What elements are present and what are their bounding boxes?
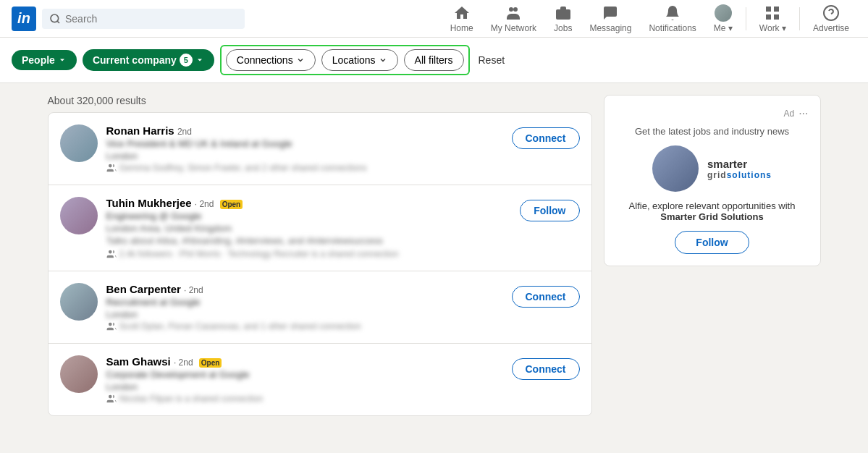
current-company-filter-button[interactable]: Current company 5 [83,49,214,71]
connection-icon [106,249,117,259]
ad-description: Alfie, explore relevant opportunities wi… [616,200,809,222]
person-info: Tuhin Mukherjee · 2nd Open Engineering @… [106,197,512,259]
svg-point-2 [509,7,513,12]
reset-button[interactable]: Reset [479,54,505,66]
svg-line-1 [57,21,59,23]
main-nav: Home My Network Jobs Messaging Notificat… [443,0,856,38]
all-filters-button[interactable]: All filters [404,49,464,71]
table-row: Ben Carpenter · 2nd Recruitment at Googl… [49,271,591,344]
person-about: Talks about #dsa, #hbsanding, #interview… [106,235,512,246]
ad-card: Ad ··· Get the latest jobs and industry … [604,95,821,266]
home-icon [453,4,471,22]
advertise-icon [822,4,840,22]
nav-item-work[interactable]: Work ▾ [752,0,793,38]
person-name: Ronan Harris 2nd [106,124,503,137]
table-row: Sam Ghawsi · 2nd Open Corporate Developm… [49,344,591,415]
person-location: London Area, United Kingdom [106,223,512,234]
table-row: Ronan Harris 2nd Vice President & MD UK … [49,113,591,185]
main-content: About 320,000 results Ronan Harris 2nd V… [36,95,833,416]
me-avatar [715,4,732,22]
person-title: Recruitment at Google [106,297,503,308]
person-title: Engineering @ Google [106,211,512,221]
nav-item-home[interactable]: Home [443,0,481,38]
network-icon [505,4,522,22]
person-info: Ben Carpenter · 2nd Recruitment at Googl… [106,283,503,331]
avatar [60,197,98,234]
person-connections: 2.4k followers · Phil Morris · Technolog… [106,249,512,259]
connect-button-2[interactable]: Connect [512,286,580,308]
connect-button-3[interactable]: Connect [512,358,580,380]
search-icon [49,13,61,25]
nav-item-jobs[interactable]: Jobs [547,0,579,38]
svg-point-3 [513,7,518,12]
connection-icon [106,163,117,173]
nav-item-notifications[interactable]: Notifications [641,0,703,38]
person-connections: Nicolas Filpan is a shared connection [106,394,503,404]
connect-button[interactable]: Connect [512,127,580,149]
chevron-down-icon [58,56,67,64]
results-panel: About 320,000 results Ronan Harris 2nd V… [48,95,592,416]
ad-company-info: smarter gridsolutions [616,145,809,192]
highlighted-filters: Connections Locations All filters [220,45,470,75]
nav-item-me[interactable]: Me ▾ [707,0,740,38]
person-name: Tuhin Mukherjee · 2nd Open [106,197,512,209]
locations-filter-button[interactable]: Locations [321,49,398,71]
chevron-down-icon-2 [195,56,204,64]
avatar [60,124,98,162]
person-info: Ronan Harris 2nd Vice President & MD UK … [106,124,503,173]
ad-tagline: Get the latest jobs and industry news [616,126,809,137]
messaging-icon [602,4,619,22]
svg-point-0 [51,14,59,22]
ad-company-logo: smarter gridsolutions [707,158,772,180]
svg-point-12 [108,164,111,168]
person-location: London [106,151,503,161]
navbar: in Home My Network Jobs Messaging Notifi… [0,0,868,38]
svg-rect-4 [556,9,570,20]
nav-divider-2 [799,7,800,30]
avatar [60,283,98,321]
results-count: About 320,000 results [48,95,592,106]
chevron-down-icon-3 [296,56,305,64]
nav-item-advertise[interactable]: Advertise [806,0,856,38]
person-connections: Gemma Godfrey, Simon Fowler, and 2 other… [106,163,503,173]
linkedin-logo[interactable]: in [12,7,36,31]
ad-header: Ad ··· [616,107,809,120]
person-name: Sam Ghawsi · 2nd Open [106,355,503,368]
nav-item-messaging[interactable]: Messaging [582,0,639,38]
person-connections: Scott Dylan, Floran Casanovas, and 1 oth… [106,321,503,331]
person-title: Corporate Development at Google [106,369,503,380]
ad-menu-button[interactable]: ··· [799,107,808,120]
table-row: Tuhin Mukherjee · 2nd Open Engineering @… [49,185,591,271]
bell-icon [664,4,681,22]
chevron-down-icon-4 [379,56,387,64]
nav-item-network[interactable]: My Network [484,0,544,38]
ad-panel: Ad ··· Get the latest jobs and industry … [604,95,821,416]
person-title: Vice President & MD UK & Ireland at Goog… [106,138,503,149]
svg-point-13 [108,250,111,254]
results-card: Ronan Harris 2nd Vice President & MD UK … [48,112,592,416]
person-location: London [106,309,503,320]
person-info: Sam Ghawsi · 2nd Open Corporate Developm… [106,355,503,404]
search-input[interactable] [65,13,237,25]
people-filter-button[interactable]: People [12,50,77,70]
svg-rect-6 [766,7,771,12]
follow-button[interactable]: Follow [520,200,579,221]
filter-bar: People Current company 5 Connections Loc… [0,38,868,83]
svg-rect-7 [774,7,779,12]
svg-point-14 [108,323,111,326]
jobs-icon [555,4,572,22]
svg-point-15 [108,395,111,399]
person-location: London [106,381,503,392]
ad-company-avatar [652,145,699,192]
avatar [60,355,98,393]
svg-rect-8 [774,14,779,20]
connection-icon [106,394,117,404]
search-bar[interactable] [42,9,245,29]
svg-rect-9 [766,14,771,20]
grid-icon [764,4,781,22]
connection-icon [106,321,117,331]
ad-follow-button[interactable]: Follow [675,231,749,254]
connections-filter-button[interactable]: Connections [226,49,316,71]
person-name: Ben Carpenter · 2nd [106,283,503,295]
nav-divider [746,7,746,30]
